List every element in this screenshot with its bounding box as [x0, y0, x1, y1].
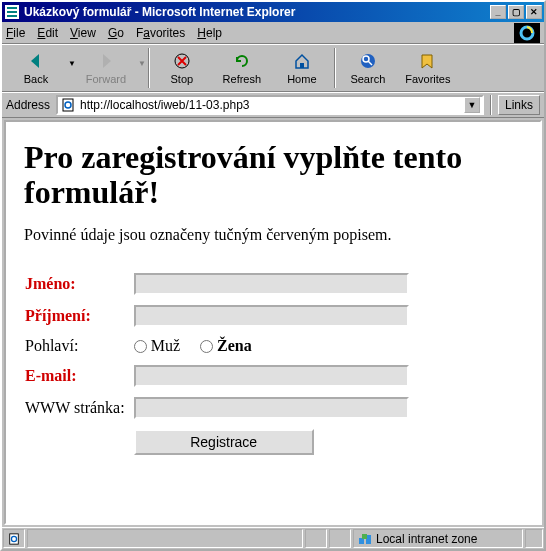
status-page-icon — [3, 529, 25, 548]
forward-icon — [96, 51, 116, 71]
titlebar: Ukázkový formulář - Microsoft Internet E… — [2, 2, 544, 22]
status-grip — [525, 529, 543, 548]
back-dropdown-icon[interactable]: ▼ — [66, 59, 76, 68]
label-email: E-mail: — [24, 364, 133, 388]
address-label: Address — [6, 98, 52, 112]
links-button[interactable]: Links — [498, 95, 540, 115]
address-dropdown-icon[interactable]: ▼ — [464, 97, 480, 113]
addressbar: Address http://localhost/iweb/11-03.php3… — [2, 92, 544, 118]
forward-button[interactable]: Forward — [76, 46, 136, 90]
menu-view[interactable]: View — [70, 26, 96, 40]
svg-rect-2 — [300, 63, 304, 68]
page-heading: Pro zaregistrování vyplňte tento formulá… — [24, 140, 522, 210]
stop-button[interactable]: Stop — [152, 46, 212, 90]
maximize-button[interactable]: ▢ — [508, 5, 524, 19]
status-message — [27, 529, 303, 548]
submit-button[interactable]: Registrace — [134, 429, 314, 455]
favorites-button[interactable]: Favorites — [398, 46, 458, 90]
status-zone: Local intranet zone — [353, 529, 523, 548]
status-slot — [329, 529, 351, 548]
menu-go[interactable]: Go — [108, 26, 124, 40]
home-button[interactable]: Home — [272, 46, 332, 90]
menu-edit[interactable]: Edit — [37, 26, 58, 40]
favorites-icon — [418, 51, 438, 71]
close-button[interactable]: ✕ — [526, 5, 542, 19]
forward-dropdown-icon[interactable]: ▼ — [136, 59, 146, 68]
refresh-button[interactable]: Refresh — [212, 46, 272, 90]
toolbar-separator — [334, 48, 336, 88]
content-area: Pro zaregistrování vyplňte tento formulá… — [4, 120, 542, 525]
menu-help[interactable]: Help — [197, 26, 222, 40]
input-prijmeni[interactable] — [134, 305, 409, 327]
label-prijmeni: Příjmení: — [24, 304, 133, 328]
menu-favorites[interactable]: Favorites — [136, 26, 185, 40]
page-intro: Povinné údaje jsou označeny tučným červe… — [24, 226, 522, 244]
label-pohlavi: Pohlaví: — [24, 336, 133, 356]
toolbar: Back ▼ Forward ▼ Stop Refresh Home Searc… — [2, 44, 544, 92]
address-url: http://localhost/iweb/11-03.php3 — [80, 98, 464, 112]
address-field[interactable]: http://localhost/iweb/11-03.php3 ▼ — [56, 95, 484, 115]
page-icon — [60, 97, 76, 113]
radio-muz[interactable]: Muž — [134, 337, 180, 355]
toolbar-separator — [148, 48, 150, 88]
addressbar-separator — [490, 95, 492, 115]
statusbar: Local intranet zone — [2, 527, 544, 549]
back-icon — [26, 51, 46, 71]
window-title: Ukázkový formulář - Microsoft Internet E… — [24, 5, 490, 19]
stop-icon — [172, 51, 192, 71]
minimize-button[interactable]: _ — [490, 5, 506, 19]
menu-file[interactable]: File — [6, 26, 25, 40]
menubar: File Edit View Go Favorites Help — [2, 22, 544, 44]
input-jmeno[interactable] — [134, 273, 409, 295]
app-window: Ukázkový formulář - Microsoft Internet E… — [0, 0, 546, 551]
app-icon — [4, 4, 20, 20]
search-button[interactable]: Search — [338, 46, 398, 90]
zone-icon — [358, 532, 372, 546]
back-button[interactable]: Back — [6, 46, 66, 90]
input-email[interactable] — [134, 365, 409, 387]
status-slot — [305, 529, 327, 548]
registration-form: Jméno: Příjmení: Pohlaví: Muž Žena — [24, 264, 410, 464]
svg-rect-11 — [362, 534, 367, 539]
radio-zena[interactable]: Žena — [200, 337, 252, 355]
home-icon — [292, 51, 312, 71]
page-body: Pro zaregistrování vyplňte tento formulá… — [6, 122, 540, 478]
input-www[interactable] — [134, 397, 409, 419]
search-icon — [358, 51, 378, 71]
label-www: WWW stránka: — [24, 396, 133, 420]
ie-logo-icon — [514, 23, 540, 43]
window-controls: _ ▢ ✕ — [490, 5, 542, 19]
label-jmeno: Jméno: — [24, 272, 133, 296]
refresh-icon — [232, 51, 252, 71]
